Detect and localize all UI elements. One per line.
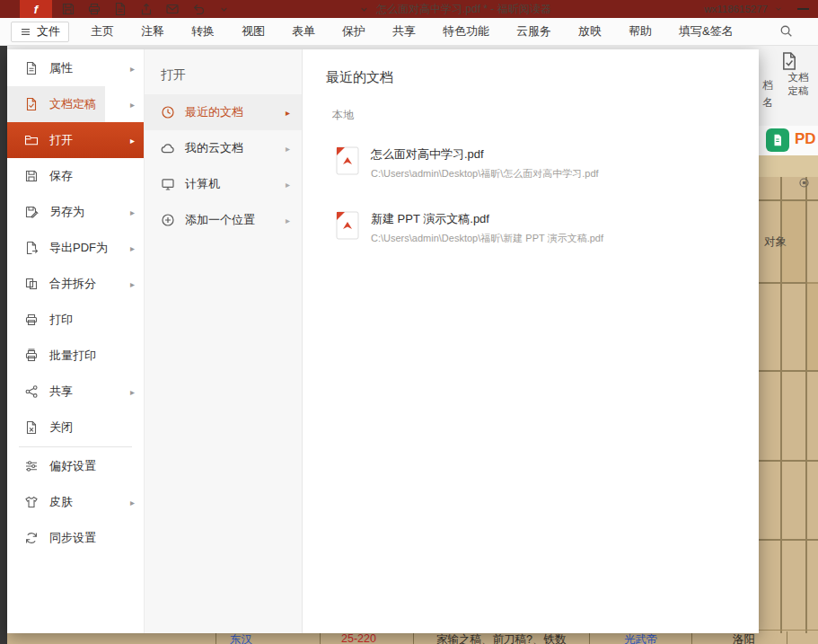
partial-label-2: 名: [761, 94, 775, 111]
submenu-item-add-place[interactable]: 添加一个位置 ▸: [145, 202, 302, 238]
tab-cloud[interactable]: 云服务: [516, 23, 551, 40]
search-icon[interactable]: [779, 24, 793, 38]
tab-share[interactable]: 共享: [392, 23, 416, 40]
menu-separator: [19, 446, 132, 447]
menu-item-save-as[interactable]: 另存为 ▸: [7, 194, 144, 230]
tab-view[interactable]: 视图: [242, 23, 265, 40]
menu-item-export-pdf[interactable]: 导出PDF为 ▸: [7, 230, 144, 266]
tab-home[interactable]: 主页: [91, 23, 114, 40]
partial-ribbon-button[interactable]: 档 名: [761, 77, 775, 111]
file-tab-label: 文件: [37, 23, 60, 40]
table-cell-shade: [807, 282, 818, 370]
recent-file-text: 新建 PPT 演示文稿.pdf C:\Users\admin\Desktop\福…: [371, 211, 603, 245]
menu-item-share[interactable]: 共享 ▸: [7, 374, 144, 410]
tab-protect[interactable]: 保护: [342, 23, 365, 40]
menu-item-print[interactable]: 打印: [7, 302, 144, 338]
chevron-right-icon: ▸: [130, 243, 135, 253]
table-gridline: [215, 631, 216, 644]
menu-item-close[interactable]: 关闭: [7, 410, 144, 446]
target-icon[interactable]: [798, 177, 810, 189]
title-chevron-icon[interactable]: [359, 4, 369, 14]
pdf-converter-icon[interactable]: [766, 128, 789, 152]
pdf-converter-label[interactable]: PD: [795, 130, 816, 148]
undo-icon[interactable]: [191, 2, 206, 16]
menu-item-batch-print[interactable]: 批量打印: [7, 338, 144, 374]
recent-file-path: C:\Users\admin\Desktop\福昕\新建 PPT 演示文稿.pd…: [371, 232, 603, 245]
chevron-right-icon: ▸: [286, 216, 290, 225]
quick-access-toolbar: [61, 2, 229, 16]
merge-split-icon: [24, 277, 39, 291]
table-cell-dynasty: 东汉: [230, 632, 252, 644]
pdf-file-icon: [336, 146, 359, 175]
table-cell-capital: 洛阳: [733, 632, 755, 644]
export-pdf-icon: [24, 241, 39, 255]
submenu-item-recent-docs[interactable]: 最近的文档 ▸: [145, 94, 302, 130]
recent-docs-panel: 最近的文档 本地 怎么面对高中学习.pdf C:\Users\admin\Des…: [303, 49, 759, 633]
doc-finalize-button[interactable]: 文档 定稿: [779, 51, 817, 98]
menu-item-sync-settings[interactable]: 同步设置: [7, 520, 144, 556]
account-menu[interactable]: wx118615277: [704, 0, 784, 18]
pdf-file-icon: [336, 211, 359, 240]
window-left-edge: [0, 45, 7, 644]
recent-docs-title: 最近的文档: [326, 69, 759, 86]
open-folder-icon: [24, 133, 39, 147]
menu-item-preferences[interactable]: 偏好设置: [7, 448, 144, 484]
file-menu: 属性 ▸ 文档定稿 创建 ▸ 打开 ▸ 保存: [7, 49, 759, 633]
tab-comment[interactable]: 注释: [141, 23, 164, 40]
print-icon: [24, 313, 39, 327]
tab-form[interactable]: 表单: [292, 23, 315, 40]
menu-item-properties[interactable]: 属性 ▸: [7, 50, 144, 86]
cloud-icon: [161, 141, 175, 155]
chevron-right-icon: ▸: [286, 108, 290, 118]
recent-file-item[interactable]: 新建 PPT 演示文稿.pdf C:\Users\admin\Desktop\福…: [336, 211, 759, 245]
title-group: 怎么面对高中学习.pdf * - 福昕阅读器: [357, 0, 551, 18]
document-margin-band: [759, 155, 818, 177]
document-icon[interactable]: [113, 2, 128, 16]
save-icon[interactable]: [61, 2, 75, 16]
tab-help[interactable]: 帮助: [629, 23, 652, 40]
export-icon[interactable]: [139, 2, 154, 16]
tab-fill-sign[interactable]: 填写&签名: [679, 23, 734, 40]
tab-file[interactable]: 文件: [11, 22, 69, 42]
menu-item-open[interactable]: 打开 ▸: [7, 122, 144, 158]
tab-features[interactable]: 特色功能: [443, 23, 489, 40]
menu-item-doc-finalize[interactable]: 文档定稿: [7, 86, 105, 122]
open-submenu: 打开 最近的文档 ▸ 我的云文档 ▸ 计算机 ▸ 添加一个位置 ▸: [144, 49, 303, 633]
window-title: 怎么面对高中学习.pdf * - 福昕阅读器: [376, 2, 551, 17]
recent-file-name: 怎么面对高中学习.pdf: [371, 147, 599, 161]
save-as-icon: [24, 205, 39, 219]
account-name: wx118615277: [704, 4, 768, 14]
plus-circle-icon: [161, 213, 175, 227]
table-gridline: [691, 631, 692, 644]
title-bar: f 怎么面对高中学习.pdf * - 福昕阅读器 wx118615277: [0, 0, 818, 18]
doc-finalize-icon: [779, 51, 817, 71]
quick-access-chevron-icon[interactable]: [219, 4, 229, 14]
minimize-button[interactable]: [797, 8, 809, 10]
print-icon[interactable]: [87, 2, 101, 16]
close-doc-icon: [24, 420, 39, 435]
chevron-right-icon: ▸: [130, 136, 135, 146]
doc-finalize-label-1: 文档: [779, 71, 817, 84]
table-gridline: [413, 631, 414, 644]
monitor-icon: [161, 177, 175, 191]
table-cell-years: 25-220: [341, 632, 376, 644]
table-gridline: [805, 177, 807, 633]
chevron-right-icon: ▸: [130, 279, 135, 289]
sync-icon: [24, 531, 39, 545]
email-icon[interactable]: [165, 2, 180, 16]
chevron-right-icon: ▸: [130, 498, 135, 507]
tab-slideshow[interactable]: 放映: [578, 23, 602, 40]
object-label[interactable]: 对象: [764, 234, 787, 250]
menu-item-skin[interactable]: 皮肤 ▸: [7, 484, 144, 520]
chevron-right-icon: ▸: [130, 207, 135, 217]
submenu-item-cloud-docs[interactable]: 我的云文档 ▸: [145, 130, 302, 166]
menu-item-merge-split[interactable]: 合并拆分 ▸: [7, 266, 144, 302]
foxit-logo-icon[interactable]: f: [20, 0, 52, 18]
submenu-item-computer[interactable]: 计算机 ▸: [145, 166, 302, 202]
table-gridline: [589, 631, 590, 644]
recent-file-item[interactable]: 怎么面对高中学习.pdf C:\Users\admin\Desktop\福昕\怎…: [336, 146, 759, 181]
menu-item-save[interactable]: 保存: [7, 158, 144, 194]
tab-convert[interactable]: 转换: [191, 23, 215, 40]
preferences-icon: [24, 459, 39, 473]
file-menu-column: 属性 ▸ 文档定稿 创建 ▸ 打开 ▸ 保存: [7, 49, 144, 633]
